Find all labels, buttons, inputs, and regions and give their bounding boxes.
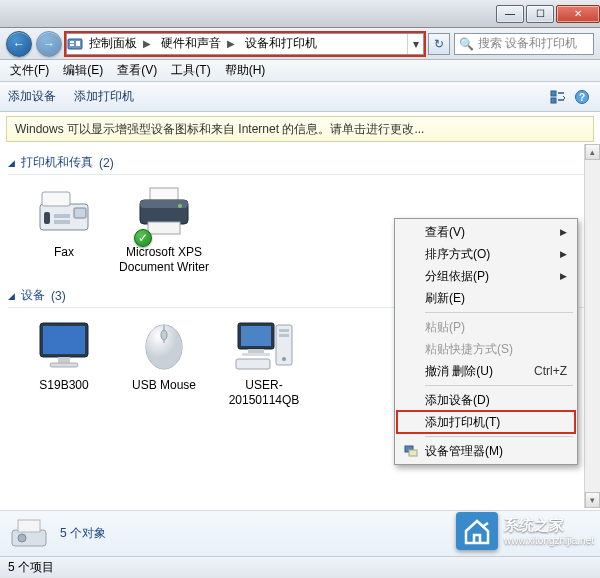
- maximize-button[interactable]: ☐: [526, 5, 554, 23]
- breadcrumb-devices-printers[interactable]: 设备和打印机: [239, 34, 319, 54]
- monitor-icon: [32, 316, 96, 374]
- search-input[interactable]: 🔍 搜索 设备和打印机: [454, 33, 594, 55]
- add-device-button[interactable]: 添加设备: [8, 88, 56, 105]
- menu-help[interactable]: 帮助(H): [219, 60, 272, 81]
- menu-tools[interactable]: 工具(T): [165, 60, 216, 81]
- svg-rect-30: [242, 353, 270, 356]
- menu-edit[interactable]: 编辑(E): [57, 60, 109, 81]
- help-icon[interactable]: ?: [572, 87, 592, 107]
- group-count: (3): [51, 289, 66, 303]
- status-bar: 5 个项目: [0, 556, 600, 578]
- info-bar[interactable]: Windows 可以显示增强型设备图标和来自 Internet 的信息。请单击进…: [6, 116, 594, 142]
- search-placeholder: 搜索 设备和打印机: [478, 35, 577, 52]
- svg-rect-3: [76, 41, 80, 46]
- details-thumb-icon: [8, 516, 50, 552]
- ctx-sort[interactable]: 排序方式(O)▶: [397, 243, 575, 265]
- menu-file[interactable]: 文件(F): [4, 60, 55, 81]
- mouse-icon: [132, 316, 196, 374]
- ctx-group[interactable]: 分组依据(P)▶: [397, 265, 575, 287]
- submenu-arrow-icon: ▶: [560, 249, 567, 259]
- watermark-text: 系统之家 www.xitongzhijia.net: [504, 516, 594, 546]
- svg-text:?: ?: [579, 92, 585, 103]
- breadcrumb-sep-icon: ▶: [223, 38, 239, 49]
- collapse-icon: ◢: [8, 291, 15, 301]
- address-bar[interactable]: 控制面板 ▶ 硬件和声音 ▶ 设备和打印机 ▾: [66, 33, 424, 55]
- ctx-device-manager[interactable]: 设备管理器(M): [397, 440, 575, 462]
- nav-row: ← → 控制面板 ▶ 硬件和声音 ▶ 设备和打印机 ▾ ↻ 🔍 搜索 设备和打印…: [0, 28, 600, 60]
- svg-rect-20: [43, 326, 85, 354]
- device-label: Fax: [54, 245, 74, 260]
- status-text: 5 个项目: [8, 559, 54, 576]
- svg-rect-23: [50, 363, 78, 367]
- svg-rect-28: [241, 326, 271, 346]
- scroll-down-icon[interactable]: ▾: [585, 492, 600, 508]
- ctx-paste-shortcut: 粘贴快捷方式(S): [397, 338, 575, 360]
- watermark-logo-icon: [456, 512, 498, 550]
- svg-rect-10: [74, 208, 86, 218]
- svg-rect-29: [248, 349, 264, 353]
- add-printer-button[interactable]: 添加打印机: [74, 88, 134, 105]
- watermark: 系统之家 www.xitongzhijia.net: [456, 512, 594, 550]
- minimize-button[interactable]: —: [496, 5, 524, 23]
- device-label: S19B300: [39, 378, 88, 393]
- view-options-icon[interactable]: [548, 87, 568, 107]
- svg-rect-33: [279, 334, 289, 337]
- menu-view[interactable]: 查看(V): [111, 60, 163, 81]
- back-button[interactable]: ←: [6, 31, 32, 57]
- titlebar: — ☐ ✕: [0, 0, 600, 28]
- default-check-icon: ✓: [134, 229, 152, 247]
- computer-icon: [232, 316, 296, 374]
- ctx-separator: [425, 436, 573, 437]
- ctx-add-device[interactable]: 添加设备(D): [397, 389, 575, 411]
- search-icon: 🔍: [459, 37, 474, 51]
- vertical-scrollbar[interactable]: ▴ ▾: [584, 144, 600, 508]
- ctx-paste: 粘贴(P): [397, 316, 575, 338]
- svg-rect-32: [279, 329, 289, 332]
- svg-rect-12: [54, 214, 70, 218]
- ctx-separator: [425, 385, 573, 386]
- device-fax[interactable]: Fax: [18, 183, 110, 275]
- breadcrumb-hardware-sound[interactable]: 硬件和声音: [155, 34, 223, 54]
- group-count: (2): [99, 156, 114, 170]
- svg-rect-4: [551, 91, 556, 96]
- ctx-view[interactable]: 查看(V)▶: [397, 221, 575, 243]
- ctx-separator: [425, 312, 573, 313]
- svg-rect-39: [18, 520, 40, 532]
- svg-rect-1: [70, 41, 74, 43]
- svg-rect-35: [236, 359, 270, 369]
- forward-button[interactable]: →: [36, 31, 62, 57]
- group-label: 打印机和传真: [21, 154, 93, 171]
- address-dropdown-icon[interactable]: ▾: [407, 34, 423, 54]
- collapse-icon: ◢: [8, 158, 15, 168]
- group-header-printers[interactable]: ◢ 打印机和传真 (2): [8, 154, 594, 175]
- scroll-up-icon[interactable]: ▴: [585, 144, 600, 160]
- device-manager-icon: [403, 443, 419, 459]
- refresh-button[interactable]: ↻: [428, 33, 450, 55]
- svg-rect-2: [70, 44, 74, 46]
- svg-rect-11: [44, 212, 50, 224]
- ctx-add-printer[interactable]: 添加打印机(T): [397, 411, 575, 433]
- close-button[interactable]: ✕: [556, 5, 600, 23]
- svg-point-34: [282, 357, 286, 361]
- device-xps-writer[interactable]: ✓ Microsoft XPS Document Writer: [118, 183, 210, 275]
- device-label: USB Mouse: [132, 378, 196, 393]
- device-pc[interactable]: USER-20150114QB: [218, 316, 310, 408]
- svg-rect-17: [148, 222, 180, 234]
- context-menu: 查看(V)▶ 排序方式(O)▶ 分组依据(P)▶ 刷新(E) 粘贴(P) 粘贴快…: [394, 218, 578, 465]
- device-monitor[interactable]: S19B300: [18, 316, 110, 408]
- device-label: USER-20150114QB: [218, 378, 310, 408]
- fax-icon: [32, 183, 96, 241]
- window-controls: — ☐ ✕: [494, 5, 600, 23]
- svg-point-40: [18, 534, 26, 542]
- svg-point-18: [178, 204, 182, 208]
- svg-rect-37: [409, 450, 417, 456]
- device-mouse[interactable]: USB Mouse: [118, 316, 210, 408]
- submenu-arrow-icon: ▶: [560, 271, 567, 281]
- breadcrumb-control-panel[interactable]: 控制面板: [83, 34, 139, 54]
- command-bar: 添加设备 添加打印机 ?: [0, 82, 600, 112]
- ctx-refresh[interactable]: 刷新(E): [397, 287, 575, 309]
- svg-rect-5: [551, 98, 556, 103]
- breadcrumb-sep-icon: ▶: [139, 38, 155, 49]
- ctx-undo-delete[interactable]: 撤消 删除(U) Ctrl+Z: [397, 360, 575, 382]
- device-label: Microsoft XPS Document Writer: [118, 245, 210, 275]
